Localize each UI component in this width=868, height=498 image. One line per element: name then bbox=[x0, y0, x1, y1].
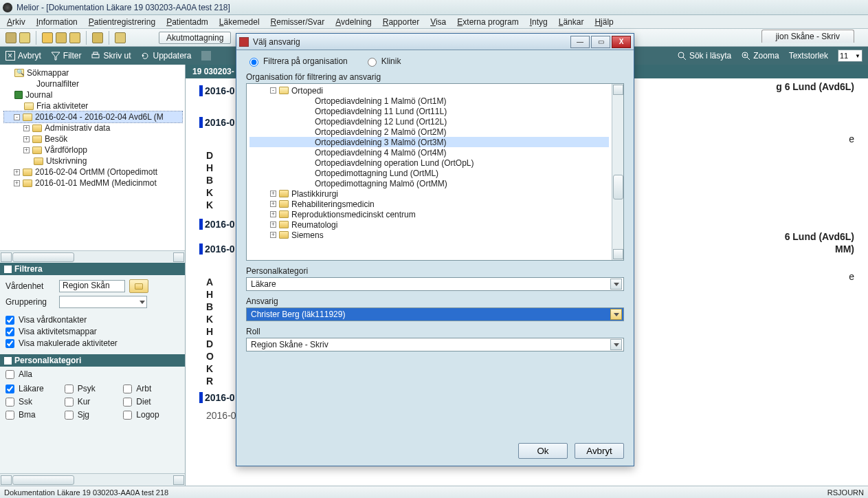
toolbar-icon-redo[interactable] bbox=[69, 32, 80, 43]
org-tree-row[interactable]: Ortopediavdelning 11 Lund (Ort11L) bbox=[249, 106, 609, 116]
checkbox[interactable] bbox=[123, 398, 132, 407]
journal-tree[interactable]: 🔍SökmapparJournalfilterJournalFria aktiv… bbox=[0, 65, 185, 250]
chk-alla[interactable]: Alla bbox=[0, 367, 185, 379]
checkbox[interactable] bbox=[5, 316, 14, 325]
expand-icon[interactable]: + bbox=[270, 201, 276, 207]
expand-icon[interactable]: - bbox=[270, 87, 276, 94]
menu-item[interactable]: Externa program bbox=[457, 17, 518, 27]
personalkategori-header[interactable]: Personalkategori bbox=[0, 354, 185, 367]
scroll-left-arrow[interactable] bbox=[1, 252, 12, 262]
toolbar-icon-open[interactable] bbox=[19, 32, 30, 43]
tree-row[interactable]: +Administrativ data bbox=[4, 122, 182, 133]
checkbox[interactable] bbox=[65, 411, 74, 420]
dropdown-button[interactable] bbox=[610, 279, 622, 290]
tree-row[interactable]: 🔍Sökmappar bbox=[4, 67, 182, 78]
menu-item[interactable]: Remisser/Svar bbox=[271, 17, 325, 27]
scroll-thumb[interactable] bbox=[12, 252, 74, 262]
checkbox[interactable] bbox=[5, 339, 14, 348]
menu-item[interactable]: Avdelning bbox=[335, 17, 372, 27]
ok-button[interactable]: Ok bbox=[518, 443, 568, 459]
menu-item[interactable]: Länkar bbox=[559, 17, 584, 27]
org-tree-row[interactable]: Ortopediavdelning operation Lund (OrtOpL… bbox=[249, 158, 609, 168]
filter-action[interactable]: Filter bbox=[51, 51, 82, 61]
menu-item[interactable]: Information bbox=[36, 17, 78, 27]
org-tree-row[interactable]: Ortopediavdelning 4 Malmö (Ort4M) bbox=[249, 147, 609, 158]
toolbar-icon-new[interactable] bbox=[5, 32, 16, 43]
checkbox[interactable] bbox=[5, 411, 14, 420]
chk-aktivitetsmappar[interactable]: Visa aktivitetsmappar bbox=[5, 327, 179, 336]
org-tree-row[interactable]: Ortopediavdelning 12 Lund (Ort12L) bbox=[249, 116, 609, 127]
radio[interactable] bbox=[249, 58, 258, 67]
tree-row[interactable]: +2016-01-01 MedMM (Medicinmot bbox=[4, 177, 182, 188]
tree-row[interactable]: Utskrivning bbox=[4, 155, 182, 166]
dropdown-button[interactable] bbox=[610, 309, 622, 320]
chk-vardkontakter[interactable]: Visa vårdkontakter bbox=[5, 315, 179, 325]
tree-hscroll[interactable] bbox=[0, 250, 185, 263]
org-tree-row[interactable]: Ortopedimottagning Malmö (OrtMM) bbox=[249, 178, 609, 188]
toolbar-icon-misc[interactable] bbox=[115, 32, 126, 43]
org-tree-row[interactable]: Ortopediavdelning 2 Malmö (Ort2M) bbox=[249, 127, 609, 137]
org-tree-row[interactable]: Ortopediavdelning 1 Malmö (Ort1M) bbox=[249, 96, 609, 106]
menu-item[interactable]: Arkiv bbox=[7, 17, 25, 27]
tree-row[interactable]: +Vårdförlopp bbox=[4, 144, 182, 155]
tree-row[interactable]: Fria aktiviteter bbox=[4, 100, 182, 111]
org-tree-row[interactable]: +Reumatologi bbox=[249, 219, 609, 230]
checkbox[interactable] bbox=[5, 370, 14, 379]
checkbox[interactable] bbox=[5, 327, 14, 336]
menu-item[interactable]: Hjälp bbox=[594, 17, 613, 27]
org-tree-row[interactable]: +Rehabiliteringsmedicin bbox=[249, 199, 609, 209]
refresh-action[interactable]: Uppdatera bbox=[140, 51, 191, 61]
org-tree[interactable]: -OrtopediOrtopediavdelning 1 Malmö (Ort1… bbox=[246, 83, 624, 261]
roll-dropdown[interactable]: Region Skåne - Skriv bbox=[246, 338, 624, 351]
expand-icon[interactable]: + bbox=[23, 147, 30, 153]
text-size-select[interactable]: 11 ▼ bbox=[838, 50, 863, 62]
menu-item[interactable]: Patientadm bbox=[166, 17, 208, 27]
expand-icon[interactable]: + bbox=[270, 221, 276, 228]
menu-item[interactable]: Visa bbox=[430, 17, 446, 27]
extra-action-1[interactable] bbox=[201, 51, 211, 61]
checkbox[interactable] bbox=[5, 398, 14, 407]
minimize-button[interactable]: — bbox=[570, 36, 590, 48]
menu-item[interactable]: Patientregistrering bbox=[89, 17, 155, 27]
org-tree-row[interactable]: +Reproduktionsmedicinskt centrum bbox=[249, 209, 609, 219]
avbryt-button[interactable]: Avbryt bbox=[575, 443, 624, 459]
chk-makulerade[interactable]: Visa makulerade aktiviteter bbox=[5, 338, 179, 348]
radio-organisation[interactable]: Filtrera på organisation bbox=[246, 56, 348, 67]
checkbox[interactable] bbox=[123, 411, 132, 420]
scroll-thumb[interactable] bbox=[613, 175, 623, 199]
expand-icon[interactable]: + bbox=[270, 191, 276, 197]
tree-row[interactable]: -2016-02-04 - 2016-02-04 Avd6L (M bbox=[4, 111, 182, 122]
expand-icon[interactable]: + bbox=[270, 211, 276, 217]
checkbox[interactable] bbox=[123, 385, 132, 393]
radio-klinik[interactable]: Klinik bbox=[364, 56, 401, 67]
pk-item[interactable]: Diet bbox=[123, 397, 179, 407]
org-tree-row[interactable]: +Siemens bbox=[249, 230, 609, 240]
org-tree-row[interactable]: Ortopedimottagning Lund (OrtML) bbox=[249, 168, 609, 178]
search-action[interactable]: Sök i läsyta bbox=[677, 51, 731, 61]
tree-row[interactable]: +Besök bbox=[4, 133, 182, 144]
dropdown-button[interactable] bbox=[610, 339, 622, 350]
expand-icon[interactable]: + bbox=[14, 180, 20, 186]
ansvarig-dropdown[interactable]: Christer Berg (läk111929) bbox=[246, 307, 624, 321]
pk-hscroll[interactable] bbox=[0, 473, 185, 486]
checkbox[interactable] bbox=[65, 385, 74, 393]
maximize-button[interactable]: ▭ bbox=[591, 36, 610, 48]
vardenhet-browse-button[interactable] bbox=[129, 279, 148, 293]
close-button[interactable]: X bbox=[612, 36, 631, 48]
pk-item[interactable]: Sjg bbox=[65, 410, 121, 420]
expand-icon[interactable]: - bbox=[14, 114, 20, 120]
pk-item[interactable]: Kur bbox=[65, 397, 121, 407]
gruppering-dropdown[interactable] bbox=[59, 296, 147, 308]
pk-dropdown[interactable]: Läkare bbox=[246, 277, 624, 291]
zoom-action[interactable]: Zooma bbox=[741, 51, 779, 61]
avbryt-action[interactable]: × Avbryt bbox=[5, 51, 41, 61]
expand-icon[interactable]: + bbox=[270, 232, 276, 238]
tree-row[interactable]: Journalfilter bbox=[4, 78, 182, 89]
akutmottagning-button[interactable]: Akutmottagning bbox=[159, 32, 231, 44]
menu-item[interactable]: Läkemedel bbox=[219, 17, 260, 27]
org-tree-row[interactable]: Ortopediavdelning 3 Malmö (Ort3M) bbox=[249, 137, 609, 147]
checkbox[interactable] bbox=[65, 398, 74, 407]
checkbox[interactable] bbox=[5, 385, 14, 393]
role-tab[interactable]: jion Skåne - Skriv bbox=[761, 30, 854, 43]
toolbar-icon-bookmark[interactable] bbox=[92, 32, 103, 43]
